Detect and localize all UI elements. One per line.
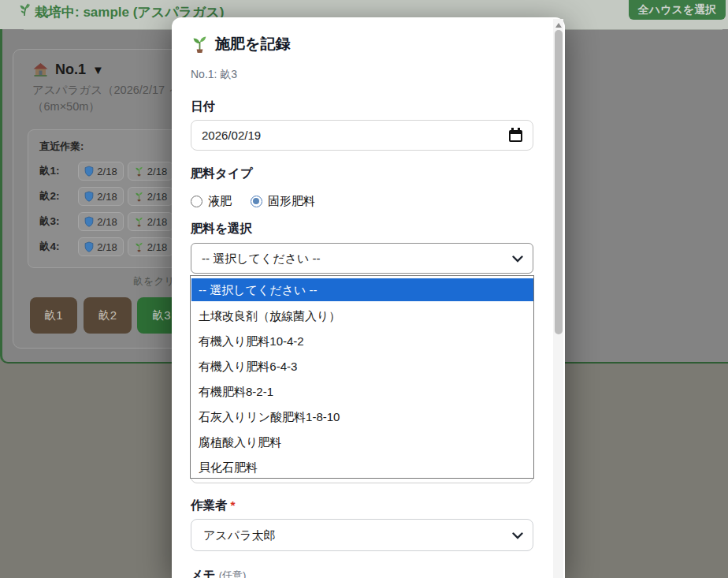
chevron-down-icon xyxy=(512,532,523,539)
required-asterisk: * xyxy=(231,498,236,512)
badge-date: 2/18 xyxy=(147,216,167,228)
pest-control-badge[interactable]: 2/18 xyxy=(78,162,124,181)
modal-scrollbar[interactable] xyxy=(553,19,563,578)
radio-solid-fertilizer[interactable] xyxy=(251,196,262,207)
fertilizer-option[interactable]: 土壌改良剤（放線菌入り） xyxy=(191,304,533,329)
seedling-icon xyxy=(191,35,209,54)
shield-icon xyxy=(84,216,94,227)
fertilizer-select-label: 肥料を選択 xyxy=(191,221,252,237)
fertilizer-option[interactable]: 有機入り肥料6-4-3 xyxy=(191,354,533,379)
fertilize-record-modal: 施肥を記録 No.1: 畝3 日付 2026/02/19 肥料タイプ 液肥 固形… xyxy=(172,17,565,578)
memo-label: メモ(任意) xyxy=(191,567,246,578)
recent-work-label: 直近作業: xyxy=(39,140,84,154)
badge-date: 2/18 xyxy=(147,191,167,203)
radio-solid-label: 固形肥料 xyxy=(268,194,315,209)
memo-optional-note: (任意) xyxy=(219,569,247,578)
row-label: 畝2: xyxy=(39,187,60,206)
fertilizer-option[interactable]: 有機入り肥料10-4-2 xyxy=(191,329,533,354)
scrollbar-up-arrow[interactable] xyxy=(555,23,562,28)
modal-subtitle: No.1: 畝3 xyxy=(191,68,237,82)
fertilize-badge[interactable]: 2/18 xyxy=(128,162,173,181)
worker-label: 作業者* xyxy=(191,498,236,514)
row-label: 畝3: xyxy=(39,212,60,231)
fertilizer-select[interactable]: -- 選択してください -- xyxy=(191,243,533,274)
modal-title: 施肥を記録 xyxy=(215,34,290,54)
date-label: 日付 xyxy=(191,99,215,115)
row-button-2[interactable]: 畝2 xyxy=(84,297,132,334)
radio-liquid-label: 液肥 xyxy=(208,194,232,209)
worker-select[interactable]: アスパラ太郎 xyxy=(191,519,533,551)
date-input[interactable]: 2026/02/19 xyxy=(191,120,533,151)
badge-date: 2/18 xyxy=(97,191,117,203)
shield-icon xyxy=(84,166,94,177)
badge-date: 2/18 xyxy=(97,216,117,228)
fertilizer-option[interactable]: 貝化石肥料 xyxy=(191,455,533,480)
badge-date: 2/18 xyxy=(147,241,167,253)
radio-liquid-fertilizer[interactable] xyxy=(191,196,202,207)
seedling-icon xyxy=(134,166,144,177)
fertilize-badge[interactable]: 2/18 xyxy=(128,187,173,206)
fertilize-badge[interactable]: 2/18 xyxy=(128,237,173,256)
pest-control-badge[interactable]: 2/18 xyxy=(78,212,124,231)
pest-control-badge[interactable]: 2/18 xyxy=(78,237,124,256)
shield-icon xyxy=(84,241,94,252)
seedling-icon xyxy=(134,241,144,252)
herb-icon xyxy=(17,2,32,17)
row-click-hint: 畝をクリ xyxy=(133,274,175,289)
select-all-houses-button[interactable]: 全ハウスを選択 xyxy=(629,0,726,20)
badge-date: 2/18 xyxy=(97,166,117,177)
fertilizer-option[interactable]: 腐植酸入り肥料 xyxy=(191,430,533,455)
chevron-down-icon xyxy=(512,255,523,263)
app-page: 栽培中: sample (アスパラガス) 全ハウスを選択 No.1 ▼ アスパラ… xyxy=(0,0,728,578)
house-name: No.1 xyxy=(55,62,86,78)
pest-control-badge[interactable]: 2/18 xyxy=(78,187,124,206)
fertilizer-type-label: 肥料タイプ xyxy=(191,166,253,182)
scrollbar-thumb[interactable] xyxy=(555,30,563,334)
fertilizer-option-list: -- 選択してください -- 土壌改良剤（放線菌入り） 有機入り肥料10-4-2… xyxy=(190,275,534,479)
row-button-1[interactable]: 畝1 xyxy=(30,297,77,334)
calendar-icon[interactable] xyxy=(509,130,522,142)
date-value: 2026/02/19 xyxy=(202,121,261,151)
house-card-header[interactable]: No.1 ▼ xyxy=(32,60,104,79)
fertilizer-option[interactable]: -- 選択してください -- xyxy=(191,278,533,301)
house-icon xyxy=(32,62,49,77)
seedling-icon xyxy=(134,191,144,202)
badge-date: 2/18 xyxy=(97,241,117,253)
worker-select-value: アスパラ太郎 xyxy=(203,520,275,551)
seedling-icon xyxy=(134,216,144,227)
fertilizer-option[interactable]: 石灰入りリン酸肥料1-8-10 xyxy=(191,405,533,430)
badge-date: 2/18 xyxy=(147,166,167,177)
shield-icon xyxy=(84,191,94,202)
fertilize-badge[interactable]: 2/18 xyxy=(128,212,173,231)
fertilizer-option[interactable]: 有機肥料8-2-1 xyxy=(191,379,533,405)
row-label: 畝1: xyxy=(39,162,60,181)
row-label: 畝4: xyxy=(39,237,60,256)
crop-period-text: アスパラガス（2026/2/17 ～ xyxy=(32,83,180,98)
fertilizer-select-value: -- 選択してください -- xyxy=(202,244,320,274)
house-size-text: （6m×50m） xyxy=(32,99,100,114)
collapse-caret-icon[interactable]: ▼ xyxy=(92,63,104,76)
